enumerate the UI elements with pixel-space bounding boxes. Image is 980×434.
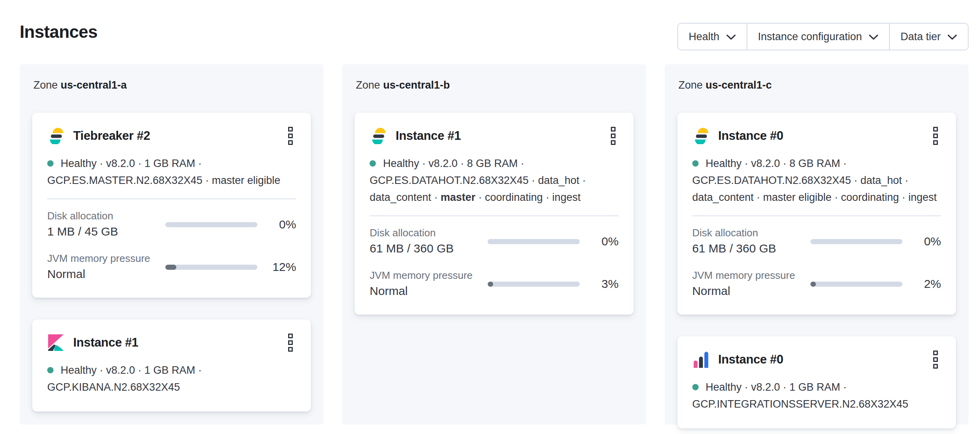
- card-header: Instance #1: [370, 124, 618, 147]
- instance-menu-button[interactable]: [930, 124, 941, 147]
- status-line: Healthy · v8.2.0 · 1 GB RAM ·: [47, 155, 296, 172]
- metric-percent: 0%: [902, 235, 941, 248]
- status-segment: Healthy · v8.2.0 · 8 GB RAM ·: [706, 158, 847, 169]
- instance-title: Instance #0: [718, 352, 784, 367]
- status-line: data_content · master eligible · coordin…: [692, 189, 941, 206]
- zone-cards: Instance #1 Healthy · v8.2.0 · 8 GB RAM …: [355, 113, 633, 315]
- metric-value: Normal: [47, 266, 165, 282]
- boxes-vertical-icon: [288, 334, 293, 352]
- instance-card: Instance #0 Healthy · v8.2.0 · 8 GB RAM …: [677, 113, 956, 315]
- health-status-dot: [692, 384, 699, 390]
- filter-bar: Health Instance configuration Data tier: [677, 23, 969, 50]
- status-segment: data_content ·: [370, 191, 440, 203]
- card-divider: [47, 198, 296, 199]
- instance-menu-button[interactable]: [608, 124, 619, 147]
- instance-title: Instance #1: [73, 336, 139, 350]
- metric-info: JVM memory pressure Normal: [692, 269, 810, 299]
- zone-name: us-central1-b: [383, 79, 450, 91]
- chevron-down-icon: [869, 34, 878, 40]
- boxes-vertical-icon: [933, 127, 938, 145]
- page-title: Instances: [20, 22, 98, 42]
- status-line: Healthy · v8.2.0 · 8 GB RAM ·: [370, 155, 618, 172]
- integrations-server-logo-icon: [692, 351, 710, 369]
- metric-progress-fill: [165, 265, 176, 270]
- filter-label: Data tier: [900, 31, 941, 43]
- metric-info: JVM memory pressure Normal: [47, 252, 165, 282]
- status-line: Healthy · v8.2.0 · 1 GB RAM ·: [47, 362, 296, 379]
- filter-button-health[interactable]: Health: [678, 24, 747, 50]
- status-segment: GCP.ES.DATAHOT.N2.68X32X45 · data_hot ·: [692, 174, 908, 186]
- status-line: data_content · master · coordinating · i…: [370, 189, 618, 206]
- card-divider: [692, 215, 941, 216]
- metric-row: Disk allocation 61 MB / 360 GB 0%: [692, 226, 941, 256]
- card-divider: [370, 215, 618, 216]
- metric-percent: 2%: [902, 277, 941, 291]
- instance-metrics: Disk allocation 1 MB / 45 GB 0% JVM memo…: [47, 210, 296, 282]
- health-status-dot: [47, 367, 54, 373]
- metric-row: JVM memory pressure Normal 3%: [370, 269, 618, 299]
- metric-row: JVM memory pressure Normal 2%: [692, 269, 941, 299]
- boxes-vertical-icon: [933, 351, 938, 369]
- filter-button-instance-configuration[interactable]: Instance configuration: [747, 24, 889, 50]
- metric-progress-bar: [810, 282, 902, 287]
- card-header: Instance #0: [692, 348, 941, 371]
- elasticsearch-logo-icon: [692, 127, 710, 145]
- instance-card: Tiebreaker #2 Healthy · v8.2.0 · 1 GB RA…: [32, 113, 311, 298]
- metric-percent: 12%: [257, 260, 296, 274]
- instance-card: Instance #1 Healthy · v8.2.0 · 8 GB RAM …: [355, 113, 633, 315]
- status-line: GCP.KIBANA.N2.68X32X45: [47, 379, 296, 396]
- instance-metrics: Disk allocation 61 MB / 360 GB 0% JVM me…: [370, 226, 618, 299]
- boxes-vertical-icon: [611, 127, 616, 145]
- metric-value: 1 MB / 45 GB: [47, 224, 165, 239]
- metric-percent: 0%: [257, 218, 296, 231]
- metric-row: JVM memory pressure Normal 12%: [47, 252, 296, 282]
- metric-label: Disk allocation: [47, 210, 165, 223]
- metric-value: Normal: [692, 283, 810, 299]
- metric-row: Disk allocation 1 MB / 45 GB 0%: [47, 210, 296, 239]
- status-segment: data_content · master eligible · coordin…: [692, 191, 937, 203]
- metric-value: 61 MB / 360 GB: [370, 241, 488, 256]
- status-segment: Healthy · v8.2.0 · 1 GB RAM ·: [706, 381, 847, 393]
- instance-menu-button[interactable]: [285, 331, 296, 354]
- instance-menu-button[interactable]: [285, 124, 296, 147]
- metric-label: Disk allocation: [692, 226, 810, 239]
- metric-progress-bar: [165, 265, 257, 270]
- metric-progress-bar: [165, 222, 257, 227]
- zone-label-prefix: Zone: [33, 79, 58, 91]
- metric-row: Disk allocation 61 MB / 360 GB 0%: [370, 226, 618, 256]
- status-segment: Healthy · v8.2.0 · 1 GB RAM ·: [61, 364, 202, 376]
- zone-label: Zone us-central1-b: [356, 79, 633, 91]
- instance-title: Instance #0: [718, 129, 784, 143]
- metric-info: Disk allocation 61 MB / 360 GB: [370, 226, 488, 256]
- zones-container: Zone us-central1-a: [20, 64, 969, 425]
- metric-label: JVM memory pressure: [370, 269, 488, 282]
- instance-title: Instance #1: [396, 129, 461, 143]
- metric-value: 61 MB / 360 GB: [692, 241, 810, 256]
- status-segment: GCP.KIBANA.N2.68X32X45: [47, 381, 180, 393]
- filter-button-data-tier[interactable]: Data tier: [889, 24, 968, 50]
- card-header: Tiebreaker #2: [47, 124, 296, 147]
- instance-menu-button[interactable]: [930, 348, 941, 371]
- elasticsearch-logo-icon: [370, 127, 387, 145]
- metric-progress-bar: [810, 239, 902, 244]
- zone-panel-us-central1-b: Zone us-central1-b: [342, 64, 646, 425]
- status-line: GCP.ES.DATAHOT.N2.68X32X45 · data_hot ·: [370, 172, 618, 189]
- instance-status: Healthy · v8.2.0 · 8 GB RAM ·GCP.ES.DATA…: [370, 155, 618, 206]
- chevron-down-icon: [726, 34, 736, 40]
- card-header: Instance #1: [47, 331, 296, 354]
- metric-percent: 3%: [580, 277, 618, 291]
- metric-label: Disk allocation: [370, 226, 488, 239]
- metric-progress-fill: [810, 282, 816, 287]
- instance-card: Instance #0 Healthy · v8.2.0 · 1 GB RAM …: [677, 336, 956, 428]
- zone-cards: Tiebreaker #2 Healthy · v8.2.0 · 1 GB RA…: [32, 113, 311, 412]
- boxes-vertical-icon: [288, 127, 293, 145]
- status-segment: GCP.INTEGRATIONSSERVER.N2.68X32X45: [692, 398, 908, 410]
- status-line: Healthy · v8.2.0 · 8 GB RAM ·: [692, 155, 941, 172]
- status-segment: GCP.ES.MASTER.N2.68X32X45 · master eligi…: [47, 174, 280, 186]
- instance-title: Tiebreaker #2: [73, 129, 150, 143]
- metric-value: Normal: [370, 283, 488, 299]
- zone-panel-us-central1-c: Zone us-central1-c: [665, 64, 969, 425]
- zone-label: Zone us-central1-a: [33, 79, 311, 91]
- kibana-logo-icon: [47, 334, 65, 352]
- instance-metrics: Disk allocation 61 MB / 360 GB 0% JVM me…: [692, 226, 941, 299]
